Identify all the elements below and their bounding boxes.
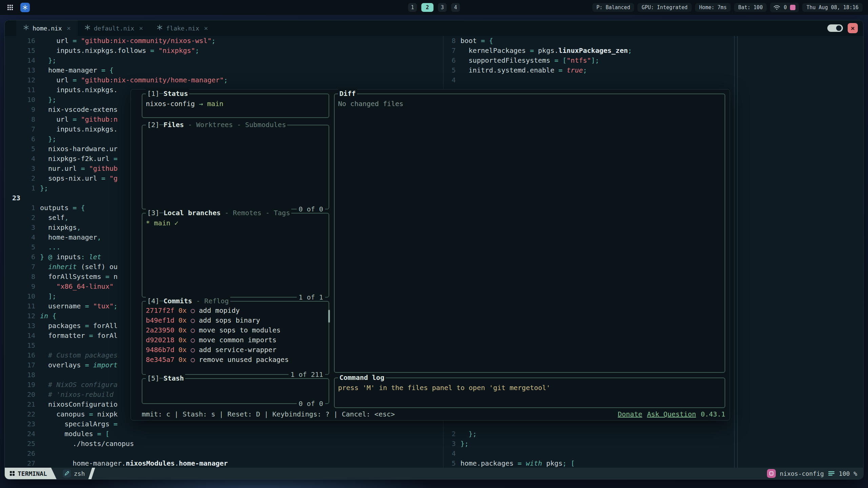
snowflake-icon	[22, 5, 28, 10]
line-number: 23	[5, 193, 40, 203]
commit-row[interactable]: b49ef1d 0x ○ add sops binary	[142, 316, 329, 325]
app-launcher-icon[interactable]	[5, 3, 15, 12]
scrollbar-thumb[interactable]	[328, 310, 330, 323]
window-toggle[interactable]	[827, 24, 843, 32]
commit-row[interactable]: 2717f2f 0x ○ add mopidy	[142, 306, 329, 316]
title-dash	[159, 208, 163, 217]
tab-close-icon[interactable]: ×	[204, 24, 208, 32]
line-content: ];	[40, 291, 56, 301]
lazygit-commits-panel[interactable]: [4]Commits - Reflog 2717f2f 0x ○ add mop…	[142, 301, 329, 375]
line-number: 7	[443, 46, 460, 56]
line-content: # NixOS configura	[40, 380, 118, 390]
shell-tab[interactable]: zsh	[63, 469, 85, 477]
workspace-button-4[interactable]: 4	[451, 3, 460, 12]
session-icon-inner	[769, 471, 773, 475]
line-content: };	[40, 95, 56, 105]
tab-default.nix[interactable]: default.nix×	[78, 20, 150, 36]
line-number: 11	[5, 301, 40, 311]
workspace-button-3[interactable]: 3	[438, 3, 447, 12]
code-line: 25 ./hosts/canopus	[5, 439, 443, 449]
nix-snowflake-icon	[157, 24, 163, 32]
line-content: url = "github:n	[40, 115, 118, 124]
line-number: 1	[5, 203, 40, 213]
panel-name: Command log	[339, 373, 384, 382]
panel-subtitle: - Worktrees - Submodules	[184, 120, 286, 129]
code-line: 6 supportedFilesystems = ["ntfs"];	[443, 56, 863, 65]
distro-logo-icon[interactable]	[20, 3, 30, 12]
line-number: 10	[5, 291, 40, 301]
commit-row[interactable]: d920218 0x ○ move common imports	[142, 335, 329, 345]
line-content: username = "tux";	[40, 301, 118, 311]
line-content: nixpkgs,	[40, 223, 81, 232]
line-content: nixpkgs-f2k.url =	[40, 154, 118, 164]
panel-name: Status	[163, 89, 188, 98]
line-content: } @ inputs: let	[40, 252, 101, 262]
line-number: 1	[5, 183, 40, 193]
mode-label: TERMINAL	[18, 470, 47, 477]
keybind-hints: mmit: c | Stash: s | Reset: D | Keybindi…	[142, 410, 395, 418]
title-dash	[159, 297, 163, 305]
commit-row[interactable]: 2a23950 0x ○ move sops to modules	[142, 325, 329, 335]
window-close-button[interactable]: ×	[848, 23, 858, 33]
donate-link[interactable]: Donate	[618, 410, 642, 418]
line-content: inherit (self) ou	[40, 262, 118, 272]
panel-key: [3]	[147, 208, 159, 217]
lazygit-status-panel[interactable]: [1]Status nixos-config → main	[142, 94, 329, 118]
code-line: 27 home-manager.nixosModules.home-manage…	[5, 459, 443, 468]
code-line: 7 kernelPackages = pkgs.linuxPackages_ze…	[443, 46, 863, 56]
panel-title: [3]Local branches - Remotes - Tags	[146, 208, 291, 217]
line-number: 7	[5, 124, 40, 134]
tab-flake.nix[interactable]: flake.nix×	[150, 20, 215, 36]
lazygit-files-panel[interactable]: [2]Files - Worktrees - Submodules 0 of 0	[142, 125, 329, 209]
status-readout: P: Balanced	[592, 3, 634, 12]
wifi-icon	[773, 5, 780, 10]
lazygit-diff-panel[interactable]: Diff No changed files	[334, 94, 725, 373]
line-content: formatter = forAl	[40, 331, 118, 341]
workspace-button-1[interactable]: 1	[408, 3, 417, 12]
line-content: self,	[40, 213, 68, 223]
code-line: 5home.packages = with pkgs; [	[443, 459, 863, 468]
code-line: 15 inputs.nixpkgs.follows = "nixpkgs";	[5, 46, 443, 56]
panel-key: [5]	[147, 374, 159, 383]
tab-home.nix[interactable]: home.nix×	[16, 20, 78, 36]
line-number: 4	[443, 75, 460, 85]
line-content: overlays = import	[40, 360, 118, 370]
line-content: sops-nix.url = "g	[40, 174, 118, 183]
commit-row[interactable]: 9486b7d 0x ○ add service-wrapper	[142, 345, 329, 355]
lazygit-branches-panel[interactable]: [3]Local branches - Remotes - Tags * mai…	[142, 213, 329, 298]
panel-name: Files	[163, 120, 184, 129]
line-content: inputs.nixpkgs.	[40, 85, 118, 95]
code-line: 26	[5, 449, 443, 459]
line-number: 12	[5, 311, 40, 321]
commit-row[interactable]: 8e345a7 0x ○ remove unused packages	[142, 355, 329, 365]
lazygit-stash-panel[interactable]: [5]Stash 0 of 0	[142, 378, 329, 404]
line-content: # Custom packages	[40, 350, 118, 360]
toggle-knob	[836, 25, 842, 31]
version-label: 0.43.1	[701, 410, 725, 418]
panel-key: [2]	[147, 120, 159, 129]
line-number: 15	[5, 341, 40, 350]
system-tray[interactable]: 0	[770, 3, 799, 12]
line-number: 4	[443, 449, 460, 459]
ask-question-link[interactable]: Ask Question	[647, 410, 696, 418]
tab-close-icon[interactable]: ×	[67, 24, 71, 32]
line-number: 21	[5, 400, 40, 409]
lazygit-command-log-panel[interactable]: Command log press 'M' in the files panel…	[334, 378, 725, 408]
line-content: home-manager,	[40, 232, 101, 242]
line-number: 22	[5, 409, 40, 419]
line-number: 27	[5, 459, 40, 468]
scrollback-icon	[828, 471, 835, 476]
line-number: 14	[5, 331, 40, 341]
line-number: 17	[5, 360, 40, 370]
nix-snowflake-icon	[23, 24, 29, 32]
tab-close-icon[interactable]: ×	[139, 24, 143, 32]
line-content: supportedFilesystems = ["ntfs"];	[460, 56, 599, 65]
workspace-button-2[interactable]: 2	[421, 3, 434, 12]
nix-snowflake-icon	[84, 24, 91, 32]
panel-name: Local branches	[163, 208, 221, 217]
panel-count: 1 of 211	[289, 370, 325, 379]
clock[interactable]: Thu Aug 08, 18:16	[802, 3, 863, 12]
status-readout: Home: 7ms	[695, 3, 731, 12]
line-number: 3	[5, 164, 40, 174]
line-content: nur.url = "github	[40, 164, 118, 174]
